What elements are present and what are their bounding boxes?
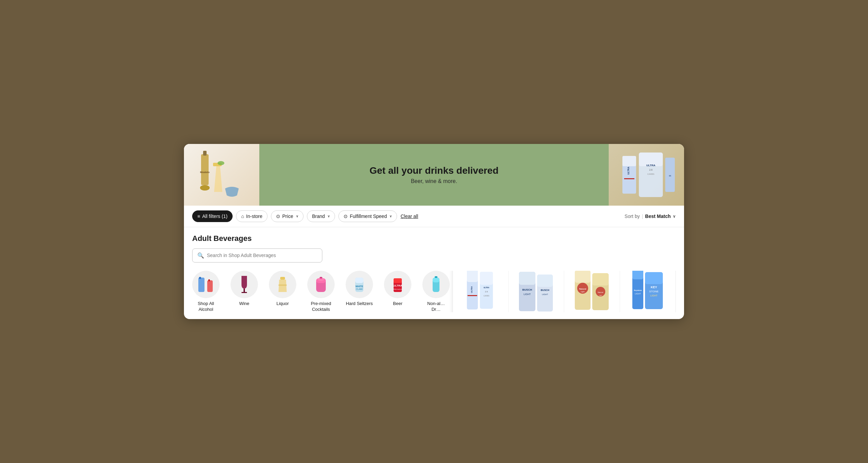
svg-rect-39 [435,276,437,278]
fulfillment-speed-label: Fulfillment Speed [350,214,387,219]
product-image-4: Keystone LIGHT KEY STONE LIGHT [625,271,670,313]
svg-text:LIGHT: LIGHT [542,293,548,295]
main-content: Adult Beverages 🔍 Shop AllAlcohol Wine [184,227,684,319]
price-chevron-icon: ∨ [296,214,298,218]
svg-rect-9 [624,178,634,179]
price-icon: ⊙ [276,214,280,219]
category-beer-label: Beer [393,301,402,307]
page-container: Modelo Get all your drinks delivered Bee… [184,144,684,319]
svg-rect-68 [632,271,643,279]
in-store-label: In-store [246,214,262,219]
svg-text:Natural: Natural [579,288,586,290]
sort-area: Sort by | Best Match ∨ [624,214,676,219]
category-wine[interactable]: Wine [231,271,258,307]
svg-text:ULTRA: ULTRA [471,286,473,293]
product-card-keystone-light: ♡ Keystone LIGHT KEY STONE [620,271,676,313]
category-liquor[interactable]: Liquor [269,271,296,307]
svg-rect-58 [575,271,591,283]
product-card-natural-light: ♡ Natural Light Natura [564,271,620,313]
svg-rect-45 [480,272,493,285]
svg-rect-50 [519,272,535,285]
product-image-1: ULTRA ULTRA 2.6 CARBS [458,271,503,313]
fulfillment-icon: ⊙ [344,214,348,219]
category-beer[interactable]: ULTRAMichelob Beer [384,271,411,307]
product-image-2: BUSCH LIGHT BUSCH LIGHT [514,271,559,313]
svg-rect-20 [208,279,210,281]
svg-text:ULTRA: ULTRA [646,164,656,167]
brand-button[interactable]: Brand ∨ [307,210,335,222]
brand-chevron-icon: ∨ [327,214,330,218]
svg-text:Keystone: Keystone [634,289,642,291]
product-image-3: Natural Light Natural Light [570,271,614,313]
svg-text:CARBS: CARBS [483,295,489,297]
category-pre-mixed[interactable]: Pre-mixedCocktails [307,271,335,313]
hero-left-image: Modelo [184,144,259,206]
category-non-alc[interactable]: Non-al…Dr… [422,271,450,313]
category-shop-all[interactable]: Shop AllAlcohol [192,271,220,313]
category-liquor-icon [269,271,296,298]
svg-text:Light: Light [581,291,584,293]
svg-text:BUSCH: BUSCH [541,289,549,291]
hero-center: Get all your drinks delivered Beer, wine… [259,144,609,206]
category-pre-mixed-label: Pre-mixedCocktails [311,301,331,313]
fulfillment-speed-button[interactable]: ⊙ Fulfillment Speed ∨ [338,210,397,222]
sort-chevron-icon[interactable]: ∨ [673,214,676,219]
product-card-michelob-ultra: Best seller ♡ ULTRA ULTRA 2 [453,271,509,313]
category-beer-icon: ULTRAMichelob [384,271,411,298]
category-row: Shop AllAlcohol Wine Liquor Pre-mixedCoc… [192,271,676,313]
product-card-busch-light: Best seller ♡ BUSCH LIGHT BUSCH [509,271,565,313]
svg-rect-7 [622,156,636,166]
category-shop-all-label: Shop AllAlcohol [198,301,214,313]
category-non-alc-label: Non-al…Dr… [427,301,445,313]
hero-banner: Modelo Get all your drinks delivered Bee… [184,144,684,206]
svg-text:BUSCH: BUSCH [522,288,532,291]
svg-text:2.6: 2.6 [485,291,488,293]
search-input[interactable] [207,253,317,258]
svg-rect-43 [468,295,477,296]
svg-rect-72 [645,272,663,284]
svg-text:LIGHT: LIGHT [650,294,657,297]
svg-text:CARBS: CARBS [647,173,655,175]
svg-rect-63 [592,273,609,285]
svg-rect-1 [203,151,207,156]
svg-point-28 [318,278,324,281]
svg-rect-41 [467,271,478,282]
svg-rect-18 [199,277,201,279]
svg-rect-17 [198,278,204,292]
all-filters-label: All filters (1) [202,214,227,219]
hero-subtitle: Beer, wine & more. [411,178,457,184]
search-box: 🔍 [192,248,322,263]
sort-value[interactable]: Best Match [645,214,671,219]
category-pre-mixed-icon [307,271,335,298]
sort-by-label: Sort by [624,214,640,219]
clear-all-button[interactable]: Clear all [400,214,418,219]
all-filters-button[interactable]: ≡ All filters (1) [192,210,233,222]
category-hard-seltzers-label: Hard Seltzers [346,301,373,307]
svg-text:LIGHT: LIGHT [524,293,531,295]
svg-text:LIGHT: LIGHT [635,293,641,295]
sort-divider: | [642,214,643,219]
svg-point-2 [200,185,210,191]
svg-text:Modelo: Modelo [200,171,210,174]
price-button[interactable]: ⊙ Price ∨ [271,210,303,222]
svg-text:WHITE: WHITE [356,285,363,288]
svg-text:2.6: 2.6 [649,169,653,171]
svg-text:ULTRA: ULTRA [393,284,402,287]
section-title: Adult Beverages [192,234,676,243]
svg-text:Michelob: Michelob [394,288,402,290]
search-icon: 🔍 [197,252,204,259]
fulfillment-chevron-icon: ∨ [389,214,392,218]
svg-text:ULTRA: ULTRA [627,167,630,174]
category-hard-seltzers[interactable]: WHITECLAW Hard Seltzers [346,271,373,307]
hero-title: Get all your drinks delivered [370,165,499,176]
brand-label: Brand [312,214,325,219]
in-store-button[interactable]: ⌂ In-store [236,210,268,222]
category-hard-seltzers-icon: WHITECLAW [346,271,373,298]
svg-text:Natural: Natural [598,291,603,293]
svg-rect-34 [394,278,402,283]
home-icon: ⌂ [241,214,244,219]
svg-point-5 [218,161,224,165]
category-wine-icon [231,271,258,298]
svg-rect-24 [278,284,287,286]
svg-rect-19 [207,280,213,292]
